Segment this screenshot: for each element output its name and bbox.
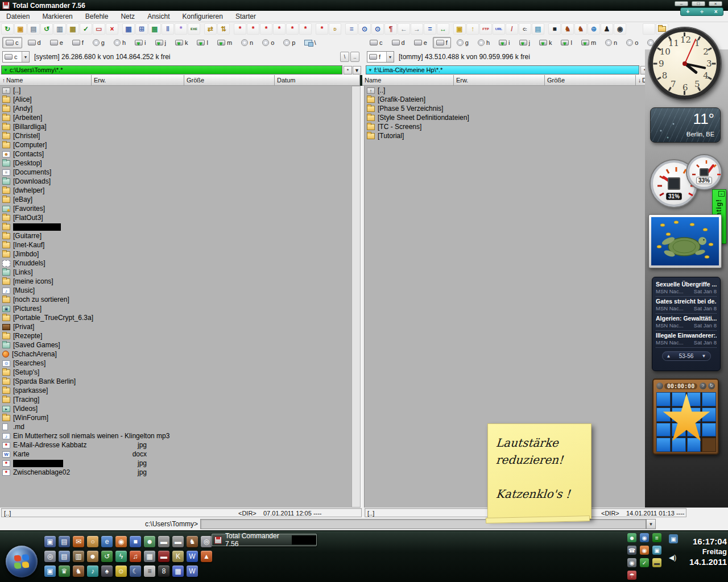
icon-media-center[interactable]: ◉ [640,533,649,542]
menu-item-starter[interactable]: Starter [229,13,262,20]
file-row[interactable]: Ein Mutterherz soll niemals weinen - Kli… [0,431,351,440]
toolbar-search-duplicates[interactable]: ⊙ [371,23,384,35]
sidebar-add-icon[interactable]: + [686,9,689,15]
toolbar-ftp-connect[interactable]: FTP [479,23,492,35]
file-row[interactable]: [Arbeiten] [0,113,351,122]
drive-button-g[interactable]: g [453,37,472,48]
column-header-gre[interactable]: Größe [184,75,275,86]
path-history-icon[interactable]: ▼ [3,68,8,73]
puzzle-help-button[interactable]: ? [700,383,706,389]
left-up-button[interactable]: .. [350,52,359,62]
toolbar-star-edit[interactable]: * [247,23,259,35]
drive-button-m[interactable]: m [578,37,599,48]
file-row[interactable]: [Setup's] [0,368,351,377]
toolbar-star-undo[interactable]: * [286,23,299,35]
file-row[interactable]: Zwischenablage02jpg [0,468,351,477]
toolbar-star-new[interactable]: * [234,23,246,35]
puzzle-tile[interactable] [687,392,701,406]
drive-button-net[interactable]: \ [301,37,319,48]
sticky-note[interactable]: Lautstärkereduzieren! Katzenklo's ! [487,423,592,519]
toolbar-web[interactable]: ⊕ [588,23,600,35]
news-feed-gadget[interactable]: Sexuelle Übergriffe ...MSN Nac...Sat Jan… [652,277,721,371]
icon-installer[interactable]: ▥ [73,551,84,562]
file-row[interactable]: [Links] [0,268,351,277]
left-drive-combo[interactable]: c ▼ [2,51,30,63]
icon-calendar[interactable]: ○ [87,536,98,547]
toolbar-refresh[interactable]: ↻ [1,23,14,35]
toolbar-list-view[interactable]: ≡ [345,23,358,35]
menu-item-dateien[interactable]: Dateien [0,13,36,20]
puzzle-tile[interactable] [672,392,686,406]
file-row[interactable]: [Inet-Kauf] [0,240,351,250]
icon-music-app[interactable]: ♪ [87,566,98,577]
file-row[interactable]: [Andy] [0,104,351,113]
file-row[interactable]: .md [0,422,351,431]
toolbar-star-big[interactable]: * [316,23,328,35]
icon-game[interactable]: ♛ [59,566,70,577]
file-row[interactable]: [FlatOut3] [0,213,351,222]
icon-sarge[interactable]: ▬ [158,551,169,562]
icon-mail[interactable]: ✉ [73,536,84,547]
news-item[interactable]: Illegale Einwanderer:...MSN Nac...Sat Ja… [656,331,717,348]
icon-cd[interactable]: ◎ [201,536,212,547]
icon-equalizer[interactable]: ≡ [652,533,661,542]
file-row[interactable]: [Tracing] [0,395,351,404]
file-row[interactable]: E-Mail-Adresse Kabbatzjpg [0,440,351,450]
icon-floppy[interactable]: ▦ [172,566,184,577]
toolbar-dir-compare[interactable]: D [329,23,341,35]
file-row[interactable]: [Desktop] [0,159,351,168]
icon-power-plug[interactable]: ϟ [115,551,127,562]
drive-button-o[interactable]: o [259,37,278,48]
icon-system-tool[interactable]: ▤ [59,551,70,562]
toolbar-notepad[interactable]: ▤ [532,23,544,35]
file-row[interactable]: [meine icons] [0,277,351,286]
icon-word[interactable]: W [187,551,198,562]
left-scrollbar[interactable] [351,86,361,508]
file-row[interactable]: [Privat] [0,322,351,331]
file-row[interactable]: [sparkasse] [0,386,351,395]
puzzle-gadget[interactable]: 00:00:00 ? ↻ [652,379,719,455]
drive-button-c[interactable]: c [366,37,386,48]
volume-icon[interactable]: ◀) [669,554,676,562]
drive-button-e[interactable]: e [411,37,431,48]
toolbar-sync-dirs[interactable]: ⇅ [217,23,230,35]
pager-down-icon[interactable]: ▼ [702,354,706,359]
file-row[interactable]: [Videos] [0,404,351,413]
drive-button-k[interactable]: k [172,37,192,48]
command-history-dropdown[interactable]: ▼ [646,519,656,529]
toolbar-camera[interactable]: ◉ [614,23,626,35]
toolbar-recycle[interactable]: ↺ [40,23,53,35]
icon-media-player[interactable]: ♫ [130,551,141,562]
column-header-erw[interactable]: Erw. [454,75,545,86]
puzzle-tile[interactable] [656,423,671,437]
minimize-button[interactable]: – [675,1,688,6]
icon-display[interactable]: ■ [130,536,141,547]
maximize-button[interactable]: □ [692,1,705,6]
icon-remote-desktop[interactable]: ▣ [44,536,56,547]
drive-button-h[interactable]: h [474,37,493,48]
menu-item-ansicht[interactable]: Ansicht [141,13,176,20]
icon-notepad[interactable]: ≡ [144,566,155,577]
file-row[interactable]: [Saved Games] [0,340,351,350]
column-header-gre[interactable]: Größe [545,75,636,86]
file-row[interactable]: [Jimbdo] [0,250,351,259]
icon-flip-windows[interactable]: ▤ [59,536,70,547]
drive-button-n[interactable]: n [602,37,621,48]
file-row[interactable]: [eBay] [0,195,351,204]
toolbar-swap-panels[interactable]: ↔ [437,23,449,35]
drive-button-d[interactable]: d [388,37,408,48]
drive-button-e[interactable]: e [47,37,67,48]
toolbar-unpack[interactable]: ▦ [67,23,79,35]
toolbar-star-redo[interactable]: * [299,23,312,35]
icon-drive-2[interactable]: ▬ [172,536,184,547]
icon-photo-manager[interactable]: ▣ [652,546,661,555]
photo-gadget[interactable] [648,214,722,268]
drive-button-l[interactable]: l [193,37,211,48]
news-item[interactable]: Sexuelle Übergriffe ...MSN Nac...Sat Jan… [656,280,717,297]
left-root-button[interactable]: \ [340,52,349,62]
puzzle-tile[interactable] [702,408,716,422]
menu-item-netz[interactable]: Netz [114,13,141,20]
icon-image-editor[interactable]: ▣ [44,566,56,577]
pager-up-icon[interactable]: ▲ [667,354,671,359]
icon-camera-tray[interactable]: ◉ [627,558,636,567]
